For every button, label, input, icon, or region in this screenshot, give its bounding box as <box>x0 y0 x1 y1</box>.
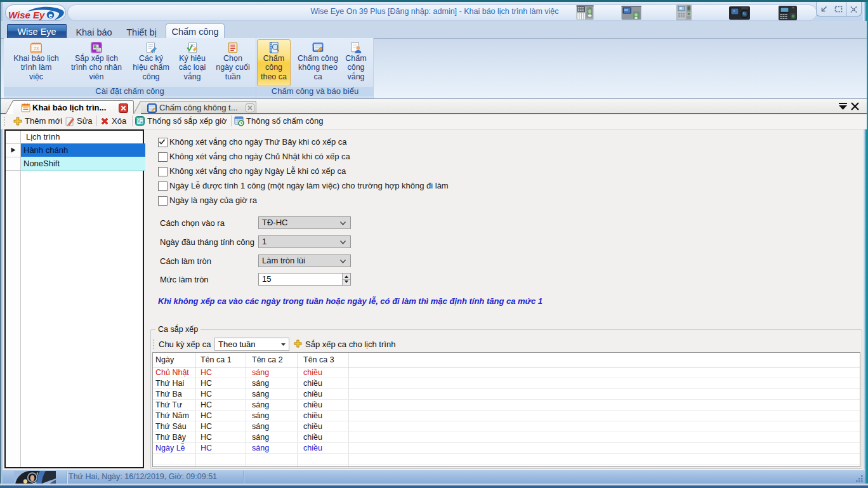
svg-text:Wise Ey: Wise Ey <box>8 10 45 20</box>
svg-text:e: e <box>48 11 52 19</box>
svg-text:23: 23 <box>34 46 39 51</box>
